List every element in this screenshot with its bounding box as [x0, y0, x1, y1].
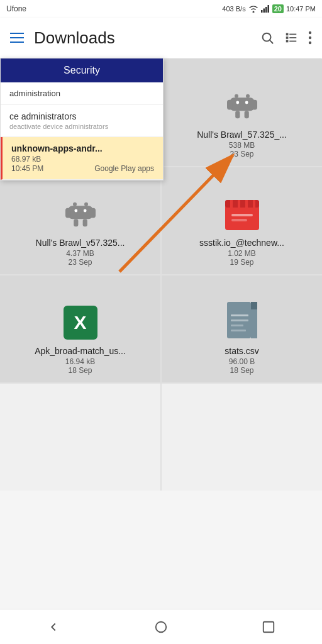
highlight-time: 10:45 PM [11, 164, 43, 173]
svg-point-17 [235, 94, 238, 98]
more-options-button[interactable] [308, 31, 312, 45]
list-item[interactable]: Null's Brawl_v57.325... 4.37 MB 23 Sep [0, 167, 160, 274]
svg-rect-47 [231, 314, 248, 316]
bottom-nav [0, 609, 322, 644]
list-view-button[interactable] [284, 31, 298, 45]
excel-icon-shape: X [64, 306, 97, 340]
status-bar: Ufone 403 B/s 20 10:47 PM [0, 0, 322, 18]
home-button[interactable] [142, 614, 180, 640]
svg-rect-21 [252, 100, 257, 110]
svg-rect-20 [227, 100, 232, 110]
svg-rect-52 [263, 621, 274, 632]
svg-rect-28 [68, 206, 92, 219]
signal-icon [261, 5, 270, 13]
svg-point-14 [309, 42, 311, 44]
file-name: Apk_broad-match_us... [5, 346, 155, 356]
carrier-text: Ufone [6, 4, 26, 13]
svg-rect-6 [286, 33, 289, 36]
file-size: 1.02 MB [228, 249, 256, 258]
list-item-empty [0, 384, 160, 491]
list-item[interactable]: Null's Brawl_57.325_... 538 MB 23 Sep [162, 59, 322, 166]
highlight-filename: unknown-apps-andr... [11, 143, 154, 153]
list-item-empty [162, 384, 322, 491]
svg-rect-39 [245, 200, 248, 208]
svg-line-5 [270, 40, 273, 43]
page-title: Downloads [34, 28, 250, 48]
search-button[interactable] [260, 31, 274, 45]
file-size: 538 MB [229, 141, 255, 150]
svg-point-33 [74, 209, 77, 213]
svg-point-13 [309, 36, 311, 39]
svg-rect-19 [230, 97, 253, 111]
file-size: 4.37 MB [66, 249, 94, 258]
svg-rect-35 [225, 205, 259, 230]
svg-point-27 [84, 203, 88, 206]
svg-rect-23 [244, 111, 248, 118]
svg-point-12 [309, 31, 311, 34]
wifi-icon [248, 5, 258, 13]
svg-point-4 [263, 33, 271, 42]
svg-rect-37 [230, 200, 233, 208]
svg-rect-49 [231, 325, 243, 326]
svg-rect-32 [82, 219, 87, 226]
file-date: 18 Sep [68, 366, 92, 375]
svg-rect-40 [253, 200, 255, 208]
svg-rect-2 [265, 7, 267, 13]
svg-rect-38 [238, 200, 240, 208]
svg-point-51 [156, 621, 167, 632]
search-icon [260, 31, 274, 45]
svg-rect-31 [74, 219, 78, 226]
svg-rect-0 [261, 10, 263, 13]
list-item[interactable]: stats.csv 96.00 B 18 Sep [162, 275, 322, 382]
security-popup-row1: administration [1, 82, 163, 105]
back-icon [47, 620, 60, 634]
file-size: 96.00 B [229, 357, 255, 366]
svg-rect-8 [286, 36, 289, 39]
svg-rect-41 [231, 214, 253, 216]
battery-status: 20 [272, 4, 284, 13]
svg-rect-50 [231, 330, 246, 331]
svg-point-18 [246, 94, 250, 98]
file-date: 23 Sep [230, 150, 253, 158]
home-icon [154, 620, 168, 634]
app-bar: Downloads [0, 18, 322, 58]
list-item[interactable]: ssstik.io_@technew... 1.02 MB 19 Sep [162, 167, 322, 274]
svg-point-26 [73, 203, 77, 206]
video-file-icon [224, 199, 260, 231]
recent-apps-button[interactable] [250, 614, 287, 640]
android-file-icon2 [62, 194, 99, 231]
svg-rect-10 [286, 40, 289, 43]
back-button[interactable] [35, 614, 72, 640]
file-name: stats.csv [167, 346, 317, 356]
security-popup: Security administration ce administrator… [0, 58, 164, 180]
list-item[interactable]: X Apk_broad-match_us... 16.94 kB 18 Sep [0, 275, 160, 382]
csv-file-icon [226, 301, 258, 340]
hamburger-menu[interactable] [10, 33, 24, 43]
speed-text: 403 B/s [222, 5, 245, 13]
svg-rect-22 [235, 111, 240, 118]
svg-point-34 [83, 209, 86, 213]
recent-apps-icon [262, 620, 275, 634]
app-bar-actions [260, 31, 312, 45]
svg-rect-7 [289, 34, 296, 35]
list-view-icon [284, 31, 298, 45]
svg-rect-48 [231, 319, 248, 321]
file-name: Null's Brawl_v57.325... [5, 238, 155, 248]
svg-point-24 [236, 101, 239, 104]
file-date: 23 Sep [68, 258, 92, 267]
svg-rect-30 [90, 208, 95, 218]
android-file-icon [223, 86, 261, 123]
security-popup-row2: ce administrators deactivate device admi… [1, 105, 163, 137]
security-popup-highlight-row[interactable]: unknown-apps-andr... 68.97 kB 10:45 PM G… [1, 137, 163, 180]
security-popup-header: Security [1, 58, 163, 82]
svg-rect-9 [289, 37, 296, 38]
svg-point-25 [245, 101, 248, 104]
svg-rect-11 [289, 41, 296, 42]
svg-rect-42 [231, 219, 247, 221]
svg-rect-3 [267, 5, 269, 13]
file-date: 19 Sep [230, 258, 253, 267]
battery-percent: 20 [272, 4, 284, 13]
security-popup-row2-title: ce administrators [9, 111, 77, 121]
highlight-size: 68.97 kB [11, 155, 41, 164]
excel-file-icon: X [64, 306, 97, 340]
